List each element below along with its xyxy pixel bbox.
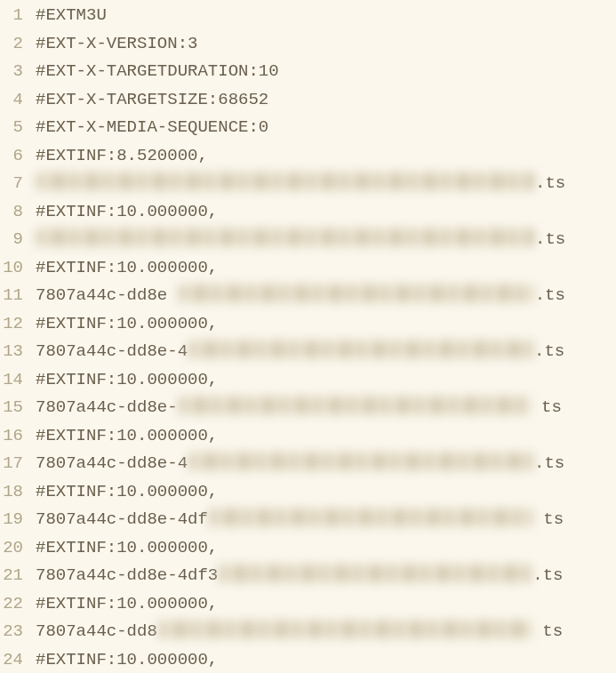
line-number: 12	[0, 310, 36, 339]
line-number: 8	[0, 198, 36, 227]
code-text: 7807a44c-dd8e-	[36, 397, 178, 417]
redacted-text	[188, 341, 533, 358]
code-line: 12#EXTINF:10.000000,	[0, 310, 616, 339]
line-number: 4	[0, 86, 36, 115]
line-content: 7807a44c-dd8e .ts	[36, 282, 565, 310]
code-line: 157807a44c-dd8e- ts	[0, 394, 616, 422]
line-number: 10	[0, 254, 36, 283]
line-content: #EXTINF:10.000000,	[36, 254, 218, 283]
code-line: 3#EXT-X-TARGETDURATION:10	[0, 58, 616, 86]
redacted-text	[36, 172, 534, 190]
line-number: 13	[0, 338, 36, 366]
line-number: 19	[0, 506, 36, 534]
code-line: 4#EXT-X-TARGETSIZE:68652	[0, 86, 616, 115]
code-text: #EXTINF:10.000000,	[36, 538, 218, 557]
code-text: .ts	[534, 453, 564, 473]
redacted-text	[36, 228, 534, 246]
redacted-text	[158, 621, 532, 638]
line-number: 16	[0, 422, 36, 451]
line-number: 15	[0, 394, 36, 422]
line-number: 17	[0, 450, 36, 478]
code-line: 217807a44c-dd8e-4df3.ts	[0, 562, 616, 590]
code-text: 7807a44c-dd8e	[36, 285, 178, 305]
code-text: .ts	[534, 341, 564, 361]
redacted-text	[188, 453, 533, 470]
code-text: #EXTINF:10.000000,	[36, 482, 218, 501]
code-line: 1#EXTM3U	[0, 2, 616, 30]
code-text: #EXTM3U	[36, 5, 107, 25]
line-number: 3	[0, 58, 36, 86]
redacted-text	[219, 565, 532, 582]
code-text: #EXTINF:10.000000,	[36, 650, 218, 669]
code-text: #EXT-X-VERSION:3	[36, 34, 197, 53]
line-number: 11	[0, 282, 36, 310]
line-number: 22	[0, 590, 36, 619]
line-content: 7807a44c-dd8e- ts	[36, 394, 562, 422]
code-line: 16#EXTINF:10.000000,	[0, 422, 616, 451]
code-line: 197807a44c-dd8e-4df ts	[0, 506, 616, 534]
line-content: #EXTINF:10.000000,	[36, 646, 218, 674]
line-number: 7	[0, 170, 36, 198]
code-line: 10#EXTINF:10.000000,	[0, 254, 616, 283]
line-content: #EXTINF:10.000000,	[36, 422, 218, 451]
code-text: 7807a44c-dd8	[36, 621, 157, 641]
line-content: 7807a44c-dd8e-4.ts	[36, 338, 564, 366]
code-text: #EXT-X-MEDIA-SEQUENCE:0	[36, 117, 268, 137]
code-text: ts	[532, 397, 562, 417]
code-text: #EXT-X-TARGETSIZE:68652	[36, 90, 268, 109]
line-number: 9	[0, 226, 36, 254]
line-content: #EXTINF:10.000000,	[36, 478, 218, 507]
code-line: 117807a44c-dd8e .ts	[0, 282, 616, 310]
code-text: 7807a44c-dd8e-4df	[36, 509, 208, 529]
code-line: 237807a44c-dd8 ts	[0, 618, 616, 646]
code-line: 14#EXTINF:10.000000,	[0, 366, 616, 395]
line-content: #EXTINF:10.000000,	[36, 366, 218, 395]
code-line: 22#EXTINF:10.000000,	[0, 590, 616, 619]
code-text: #EXTINF:10.000000,	[36, 202, 218, 221]
code-text: #EXTINF:10.000000,	[36, 258, 218, 277]
code-text: ts	[533, 509, 564, 529]
line-content: #EXT-X-MEDIA-SEQUENCE:0	[36, 114, 268, 142]
line-content: 7807a44c-dd8 ts	[36, 618, 563, 646]
code-line: 6#EXTINF:8.520000,	[0, 142, 616, 171]
code-text: #EXTINF:10.000000,	[36, 594, 218, 613]
code-text: .ts	[535, 229, 565, 249]
code-text: .ts	[532, 565, 563, 585]
line-content: #EXTM3U	[36, 2, 107, 30]
line-number: 24	[0, 646, 36, 674]
line-number: 23	[0, 618, 36, 646]
line-content: .ts	[36, 226, 565, 254]
code-text: 7807a44c-dd8e-4	[36, 453, 188, 473]
line-content: #EXTINF:10.000000,	[36, 534, 218, 563]
line-number: 18	[0, 478, 36, 507]
code-line: 8#EXTINF:10.000000,	[0, 198, 616, 227]
line-content: #EXTINF:10.000000,	[36, 198, 218, 227]
code-text: ts	[532, 621, 563, 641]
code-text: #EXTINF:10.000000,	[36, 314, 218, 333]
code-text: 7807a44c-dd8e-4df3	[36, 565, 218, 585]
line-number: 20	[0, 534, 36, 563]
line-content: 7807a44c-dd8e-4df ts	[36, 506, 564, 534]
line-number: 6	[0, 142, 36, 171]
line-content: #EXTINF:10.000000,	[36, 310, 218, 339]
line-number: 2	[0, 30, 36, 59]
line-content: #EXTINF:8.520000,	[36, 142, 208, 171]
code-line: 9.ts	[0, 226, 616, 254]
code-line: 18#EXTINF:10.000000,	[0, 478, 616, 507]
code-line: 177807a44c-dd8e-4.ts	[0, 450, 616, 478]
line-content: #EXTINF:10.000000,	[36, 590, 218, 619]
line-number: 1	[0, 2, 36, 30]
line-content: #EXT-X-TARGETDURATION:10	[36, 58, 279, 86]
code-line: 7.ts	[0, 170, 616, 198]
redacted-text	[209, 509, 532, 526]
code-line: 2#EXT-X-VERSION:3	[0, 30, 616, 59]
code-text: 7807a44c-dd8e-4	[36, 341, 188, 361]
line-content: 7807a44c-dd8e-4df3.ts	[36, 562, 563, 590]
line-content: 7807a44c-dd8e-4.ts	[36, 450, 564, 478]
line-content: #EXT-X-TARGETSIZE:68652	[36, 86, 268, 115]
code-text: .ts	[535, 285, 565, 305]
line-number: 5	[0, 114, 36, 142]
code-line: 24#EXTINF:10.000000,	[0, 646, 616, 674]
code-text: #EXTINF:8.520000,	[36, 146, 208, 165]
line-content: .ts	[36, 170, 565, 198]
